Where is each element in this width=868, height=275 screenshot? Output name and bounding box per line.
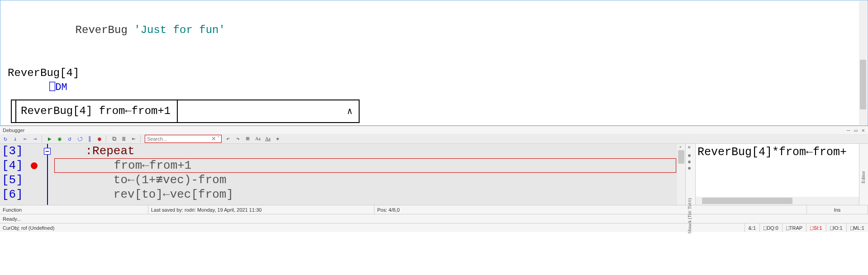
error-box-caret-cell: ∧: [178, 100, 359, 122]
step-back-icon[interactable]: ←: [22, 135, 29, 142]
session-line-head: ReverBug[4]: [0, 66, 868, 81]
status-si[interactable]: ⎕SI:1: [806, 223, 826, 232]
code-row[interactable]: rev[to]←vec[from]: [54, 187, 685, 202]
skip-icon[interactable]: ⭯: [76, 135, 83, 142]
drag-grip-icon[interactable]: [688, 153, 691, 171]
search-input[interactable]: [147, 136, 209, 142]
run-to-icon[interactable]: ◉: [56, 135, 63, 142]
error-box: ReverBug[4] from←from+1 ∧: [11, 100, 360, 123]
session-line-dm: ⎕DM: [0, 81, 868, 95]
sistack-panel[interactable]: ✕ SIstack (Tid: Tid:0): [685, 144, 695, 205]
run-icon[interactable]: ▶: [46, 135, 53, 142]
toolbar-separator: [42, 135, 43, 142]
outdent-icon[interactable]: ⇤: [130, 135, 138, 142]
debugger-title: Debugger: [3, 128, 24, 133]
code-row[interactable]: to←(1+≢vec)-from: [54, 173, 685, 187]
breakpoint-icon[interactable]: ●: [96, 135, 103, 142]
session-line-call: ReverBug 'Just for fun': [0, 9, 868, 52]
session-pane: ReverBug 'Just for fun' ReverBug[4] ⎕DM …: [0, 0, 868, 126]
scroll-thumb[interactable]: [678, 150, 684, 164]
debugger-body: [3] [4] [5] [6] − :Repeat from←from+1 . …: [0, 144, 868, 205]
whole-word-icon[interactable]: Aa: [264, 135, 271, 142]
outline-list-icon[interactable]: ≣: [120, 135, 128, 142]
editor-tab[interactable]: Editor: [859, 144, 868, 205]
line-number: [3]: [0, 144, 27, 158]
close-icon[interactable]: ✕: [688, 144, 691, 150]
session-scrollbar[interactable]: [859, 1, 867, 125]
status-amp[interactable]: &:1: [745, 223, 760, 232]
toolbar-separator: [140, 135, 142, 142]
code-pane[interactable]: [3] [4] [5] [6] − :Repeat from←from+1 . …: [0, 144, 685, 205]
code-lines[interactable]: :Repeat from←from+1 . to←(1+≢vec)-from r…: [54, 144, 685, 205]
step-forward-icon[interactable]: →: [32, 135, 39, 142]
find-next-icon[interactable]: ↷: [234, 135, 242, 142]
expression-text[interactable]: ReverBug[4]*from←from+: [696, 144, 859, 197]
status-pos: Pos: 4/8,0: [375, 205, 807, 214]
scroll-thumb[interactable]: [860, 60, 866, 109]
line-number: [6]: [0, 187, 27, 202]
step-down-icon[interactable]: ↓: [12, 135, 19, 142]
error-box-expr: ReverBug[4] from←from+1: [16, 100, 178, 122]
status-ins[interactable]: Ins: [807, 205, 868, 214]
debugger-toolbar: ↻ ↓ ← → ▶ ◉ ↺ ⭯ ∥ ● ⧉ ≣ ⇤ ✕ ˅ ↶ ↷ ⊞ Aa A…: [0, 134, 868, 144]
rewind-icon[interactable]: ↻: [2, 135, 9, 142]
call-fn: ReverBug: [76, 24, 128, 36]
expand-icon[interactable]: ⊞: [244, 135, 251, 142]
status-ml[interactable]: ⎕ML:1: [846, 223, 868, 232]
status-ready: Ready...: [3, 216, 865, 222]
toolbar-separator: [106, 135, 108, 142]
breakpoint-dot-icon[interactable]: [31, 162, 38, 169]
error-box-gap: [12, 100, 16, 122]
window-min-button[interactable]: —: [845, 127, 851, 133]
search-clear-icon[interactable]: ✕: [211, 135, 216, 142]
code-scrollbar[interactable]: [677, 144, 685, 205]
debugger-titlebar: Debugger — ▭ ✕: [0, 126, 868, 134]
search-dropdown-icon[interactable]: ˅: [217, 136, 220, 142]
caret-icon: ∧: [347, 105, 352, 118]
line-number: [4]: [0, 158, 27, 173]
status-curobj: CurObj: rof (Undefined): [0, 225, 745, 231]
breakpoint-gutter[interactable]: [27, 144, 41, 205]
expression-pane[interactable]: ReverBug[4]*from←from+: [695, 144, 859, 205]
status-saved: Last saved by: rodri: Monday, 19 April, …: [148, 205, 375, 214]
match-case-icon[interactable]: Aa: [254, 135, 261, 142]
search-box[interactable]: ✕ ˅: [145, 135, 222, 143]
sistack-label: SIstack (Tid: Tid:0): [687, 198, 692, 234]
fold-gutter[interactable]: −: [41, 144, 54, 205]
call-arg: 'Just for fun': [134, 24, 225, 36]
status-io[interactable]: ⎕IO:1: [826, 223, 846, 232]
status-dq[interactable]: ⎕DQ:0: [759, 223, 782, 232]
status-bar-code: Function Last saved by: rodri: Monday, 1…: [0, 205, 868, 214]
status-function: Function: [0, 205, 148, 214]
window-max-button[interactable]: ▭: [853, 127, 859, 133]
scroll-thumb[interactable]: [702, 198, 792, 204]
line-number: [5]: [0, 173, 27, 187]
pause-icon[interactable]: ∥: [86, 135, 93, 142]
code-row[interactable]: :Repeat: [54, 144, 685, 158]
current-line-highlight[interactable]: from←from+1: [54, 158, 676, 173]
restart-icon[interactable]: ↺: [66, 135, 73, 142]
window-close-button[interactable]: ✕: [860, 127, 866, 133]
line-number-gutter: [3] [4] [5] [6]: [0, 144, 27, 205]
status-bar-ready: Ready...: [0, 214, 868, 223]
status-bar-main: CurObj: rof (Undefined) &:1 ⎕DQ:0 ⎕TRAP …: [0, 223, 868, 232]
fold-toggle-icon[interactable]: −: [44, 148, 51, 155]
status-trap[interactable]: ⎕TRAP: [782, 223, 806, 232]
hscrollbar[interactable]: [696, 197, 859, 205]
regex-icon[interactable]: ✶: [274, 135, 281, 142]
editor-tab-label: Editor: [860, 171, 866, 184]
outline-num-icon[interactable]: ⧉: [110, 135, 118, 142]
find-prev-icon[interactable]: ↶: [224, 135, 232, 142]
